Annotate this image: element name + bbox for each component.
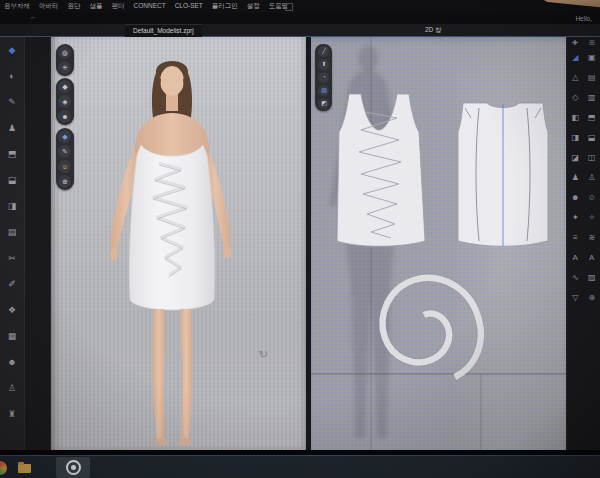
free-sew-icon[interactable]: ▥ <box>588 93 596 102</box>
library-panel[interactable] <box>25 36 51 450</box>
curve-edit-icon[interactable]: ◔ <box>318 72 329 83</box>
show-3d-overlay-icon[interactable]: ◩ <box>318 98 329 109</box>
menu-item[interactable]: 렌더 <box>112 2 125 11</box>
baseline-tool-icon[interactable]: ≡ <box>573 233 578 242</box>
surface-texture-view-icon[interactable]: ◍ <box>58 46 71 59</box>
grid-floor-icon[interactable]: ⊕ <box>58 175 71 188</box>
dart-tool-icon[interactable]: ◨ <box>572 133 580 142</box>
fabric-view-icon[interactable]: ◆ <box>58 130 71 143</box>
main-toolbar-left: ◆◐✎♟⬒⬓◨▤✂✐❖▦☻♙♜ <box>0 36 25 450</box>
menu-item[interactable]: 원단 <box>68 2 81 11</box>
hand-tool-icon[interactable]: ❖ <box>8 302 16 318</box>
tab-2d-window[interactable]: 2D 창 <box>425 26 442 35</box>
curve-measure-icon[interactable]: ∿ <box>572 273 579 282</box>
avatar-group-icon[interactable]: ☻ <box>7 354 16 370</box>
segment-sew-icon[interactable]: ▤ <box>588 73 596 82</box>
clo-logo-icon <box>66 460 81 475</box>
pin-view-icon[interactable]: ✎ <box>58 145 71 158</box>
menu-item[interactable]: 샘플 <box>90 2 103 11</box>
transform-tool-icon[interactable]: ◢ <box>572 53 578 62</box>
trace-tool-icon[interactable]: ◫ <box>588 153 596 162</box>
garment-alt-icon[interactable]: ♜ <box>8 406 16 422</box>
garment-fit-map-icon[interactable]: ◈ <box>58 95 71 108</box>
polygon-tool-icon[interactable]: △ <box>572 73 578 82</box>
avatar-3d[interactable] <box>101 51 241 447</box>
text-style-icon[interactable]: A <box>589 253 594 262</box>
menu-item[interactable]: 설정 <box>247 2 260 11</box>
taskbar <box>0 455 600 478</box>
browser-app-icon[interactable] <box>0 461 7 475</box>
menu-item[interactable]: CLO-SET <box>175 2 203 11</box>
tab-bar: Default_Modelist.zprj 2D 창 <box>0 24 600 37</box>
show-garment-icon[interactable]: ◆ <box>58 80 71 93</box>
sparkle-alt-icon[interactable]: ✧ <box>588 213 595 222</box>
fabric-texture-icon[interactable]: ▨ <box>318 85 329 96</box>
mannequin-icon[interactable]: ♟ <box>8 120 16 136</box>
menu-item[interactable]: CONNECT <box>134 2 166 11</box>
file-explorer-icon[interactable] <box>18 464 31 473</box>
pen-curve-icon[interactable]: ✎ <box>8 94 16 110</box>
dress-3d[interactable] <box>129 145 214 310</box>
view-toolbar-group-3: ◆✎☺⊕ <box>56 128 74 190</box>
workspace: ◆◐✎♟⬒⬓◨▤✂✐❖▦☻♙♜ ◍✳ ◆◈☻ ◆✎☺⊕ <box>0 36 600 450</box>
avatar-tape-icon[interactable]: ☻ <box>571 193 579 202</box>
pattern-toolbar-right: ✚⊞ ◢▣△▤◇▥◧⬒◨⬓◪◫♟♙☻☺✦✧≡≋AA∿▨▽⊕ <box>566 36 600 450</box>
fabric-swatch-icon[interactable]: ◐ <box>9 68 14 84</box>
sewing-machine-alt-icon[interactable]: ⬓ <box>8 172 17 188</box>
shirt-back-icon[interactable]: ♙ <box>588 173 595 182</box>
project-file-tab[interactable]: Default_Modelist.zprj <box>125 24 202 37</box>
text-tool-icon[interactable]: A <box>573 253 578 262</box>
clo3d-application-window: 원부자재아바타원단샘플렌더CONNECTCLO-SET플러그인설정도움말 ← H… <box>0 0 600 478</box>
flatten-tool-icon[interactable]: ⬓ <box>588 133 596 142</box>
pattern-view-toolbar: ╱⬆◔▨◩ <box>315 44 332 111</box>
avatar-head <box>160 66 184 96</box>
menu-item[interactable]: 원부자재 <box>4 2 30 11</box>
greeting-text: Hello, <box>575 15 592 22</box>
sparkle-tool-icon[interactable]: ✦ <box>572 213 579 222</box>
avatar-right-leg <box>180 309 192 438</box>
menu-item[interactable]: 플러그인 <box>212 2 238 11</box>
transform-pattern-icon[interactable]: ⬆ <box>318 59 329 70</box>
fold-arrange-icon[interactable]: ⬒ <box>588 113 596 122</box>
avatar-circle-icon[interactable]: ☺ <box>588 193 596 202</box>
show-avatar-icon[interactable]: ☻ <box>58 110 71 123</box>
avatar-right-foot <box>178 438 191 445</box>
menu-bar: 원부자재아바타원단샘플렌더CONNECTCLO-SET플러그인설정도움말 <box>0 0 600 13</box>
clo-app-taskbar-button[interactable] <box>56 457 90 478</box>
printer-icon[interactable]: ▤ <box>8 224 17 240</box>
steam-iron-icon[interactable]: ◨ <box>8 198 17 214</box>
elastic-tool-icon[interactable]: ≋ <box>588 233 595 242</box>
building-icon[interactable]: ▦ <box>8 328 17 344</box>
rotate-gizmo-icon[interactable]: ↻ <box>257 347 269 362</box>
grid-menu-icon[interactable]: ⊞ <box>589 38 595 47</box>
texture-tool-icon[interactable]: ▨ <box>588 273 596 282</box>
sewing-machine-icon[interactable]: ⬒ <box>8 146 17 162</box>
avatar-left-leg <box>152 309 165 438</box>
pattern-canvas <box>311 36 566 450</box>
seam-allowance-icon[interactable]: ◪ <box>572 153 580 162</box>
project-file-name: Default_Modelist.zprj <box>133 27 194 34</box>
view-toolbar-group-1: ◍✳ <box>56 44 74 76</box>
viewport-3d[interactable]: ◍✳ ◆◈☻ ◆✎☺⊕ <box>51 36 307 450</box>
avatar-light-icon[interactable]: ☺ <box>58 160 71 173</box>
menu-item[interactable]: 아바타 <box>39 2 59 11</box>
back-arrow-icon[interactable]: ← <box>30 13 37 20</box>
edit-pattern-line-icon[interactable]: ╱ <box>318 46 329 57</box>
avatar-left-hand <box>110 248 118 260</box>
grade-tool-icon[interactable]: ⊕ <box>588 293 595 302</box>
avatar-left-foot <box>154 438 167 445</box>
header-bar: ← Hello, <box>0 13 600 24</box>
viewport-2d[interactable]: ╱⬆◔▨◩ <box>311 36 566 450</box>
rectangle-pattern-icon[interactable]: ◧ <box>572 113 580 122</box>
window-icon[interactable] <box>285 3 293 11</box>
plus-icon[interactable]: ✚ <box>572 38 578 47</box>
render-gem-icon[interactable]: ◆ <box>9 42 16 58</box>
shirt-front-icon[interactable]: ♟ <box>572 173 579 182</box>
notch-tool-icon[interactable]: ▽ <box>572 293 578 302</box>
sewing-machine-tool-icon[interactable]: ▣ <box>588 53 596 62</box>
scissors-icon[interactable]: ✂ <box>8 250 16 266</box>
garment-icon[interactable]: ♙ <box>8 380 16 396</box>
needle-tool-icon[interactable]: ✐ <box>8 276 16 292</box>
shape-tool-icon[interactable]: ◇ <box>572 93 578 102</box>
mesh-view-icon[interactable]: ✳ <box>58 61 71 74</box>
